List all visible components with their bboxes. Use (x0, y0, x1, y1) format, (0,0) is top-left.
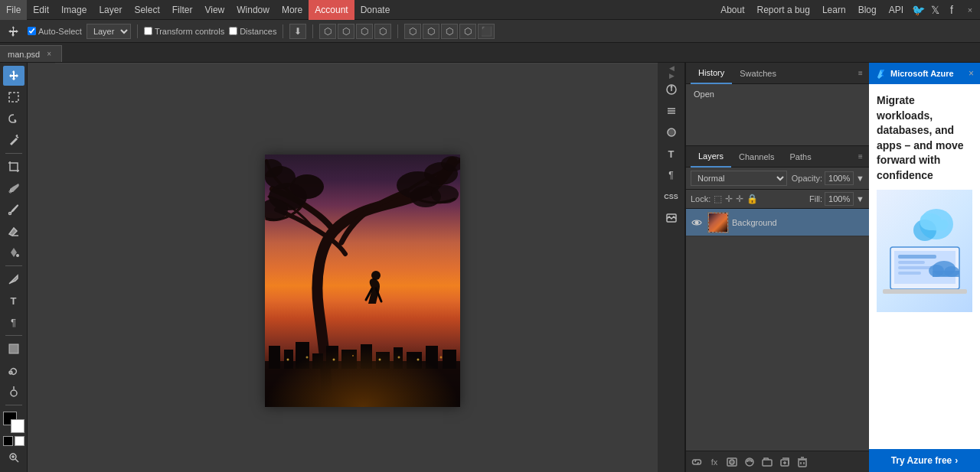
doc-tab-man-psd[interactable]: man.psd × (0, 45, 62, 62)
opacity-value[interactable]: 100% (825, 171, 854, 185)
swatches-tab[interactable]: Swatches (732, 63, 784, 84)
info-panel-btn[interactable] (661, 80, 682, 99)
lasso-tool[interactable] (3, 109, 24, 129)
fg-bg-swatches[interactable] (3, 412, 24, 433)
dist-top-btn[interactable]: ⬡ (459, 24, 476, 39)
link-layers-btn[interactable] (689, 454, 704, 470)
group-layers-btn[interactable] (760, 454, 775, 470)
reddit-icon[interactable]: 🐦 (910, 2, 926, 18)
paths-tab[interactable]: Paths (782, 146, 819, 168)
dist-left-btn[interactable]: ⬡ (404, 24, 421, 39)
new-layer-btn[interactable] (777, 454, 792, 470)
history-item-open[interactable]: Open (689, 87, 866, 101)
eyedropper-tool[interactable] (3, 178, 24, 198)
pen-tool[interactable] (3, 269, 24, 289)
add-mask-btn[interactable] (724, 454, 740, 470)
fg-quick-swatch[interactable] (3, 436, 13, 446)
app-close-button[interactable]: × (960, 0, 980, 20)
fill-arrow[interactable]: ▼ (856, 194, 864, 203)
menu-about[interactable]: About (714, 0, 750, 20)
menu-select[interactable]: Select (128, 0, 165, 20)
menu-edit[interactable]: Edit (27, 0, 55, 20)
image-panel-btn[interactable] (661, 208, 682, 228)
align-top-btn[interactable]: ⬡ (374, 24, 391, 39)
menu-blog[interactable]: Blog (852, 0, 883, 20)
background-swatch[interactable] (11, 419, 24, 433)
download-btn[interactable]: ⬇ (289, 24, 306, 39)
layer-row-background[interactable]: Background (686, 209, 869, 236)
history-panel-menu-btn[interactable]: ≡ (852, 65, 869, 82)
auto-select-input[interactable] (28, 27, 36, 35)
twitter-icon[interactable]: 𝕏 (926, 2, 943, 18)
menu-layer[interactable]: Layer (93, 0, 128, 20)
opacity-arrow[interactable]: ▼ (856, 174, 864, 183)
menu-window[interactable]: Window (230, 0, 276, 20)
add-style-btn[interactable]: fx (707, 454, 722, 470)
layers-tab[interactable]: Layers (691, 146, 731, 168)
zoom-tool[interactable] (3, 448, 24, 467)
distances-checkbox[interactable]: Distances (229, 27, 276, 36)
wand-tool[interactable] (3, 130, 24, 150)
menu-learn[interactable]: Learn (816, 0, 852, 20)
auto-select-checkbox[interactable]: Auto-Select (28, 27, 82, 36)
transform-controls-input[interactable] (144, 27, 152, 35)
menu-report-bug[interactable]: Report a bug (751, 0, 816, 20)
shape-tool[interactable] (3, 339, 24, 359)
history-tab[interactable]: History (691, 63, 732, 84)
smudge-tool[interactable] (3, 360, 24, 380)
adjustment-layer-btn[interactable] (742, 454, 757, 470)
lock-pixels-icon[interactable]: ⬚ (714, 194, 722, 204)
right-panels: History Swatches ≡ Open Layers Channels … (685, 63, 869, 472)
lock-all-icon[interactable]: 🔒 (746, 194, 758, 204)
layer-vis-eye[interactable] (689, 215, 704, 230)
type-tool[interactable]: T (3, 291, 24, 311)
canvas-document[interactable] (265, 155, 460, 407)
menu-api[interactable]: API (883, 0, 910, 20)
move-tool[interactable] (3, 66, 24, 86)
transform-controls-checkbox[interactable]: Transform controls (144, 27, 224, 36)
bg-quick-swatch[interactable] (15, 436, 24, 446)
ad-cta-button[interactable]: Try Azure free › (869, 449, 980, 472)
properties-panel-btn[interactable] (661, 101, 682, 121)
brush-tool[interactable] (3, 200, 24, 220)
delete-layer-btn[interactable] (795, 454, 810, 470)
lock-artboard-icon[interactable]: ✛ (736, 194, 743, 204)
menu-file[interactable]: File (0, 0, 27, 20)
menu-donate[interactable]: Donate (354, 0, 397, 20)
dist-center-btn[interactable]: ⬡ (423, 24, 439, 39)
paragraph-tool[interactable]: ¶ (3, 312, 24, 332)
crop-tool[interactable] (3, 157, 24, 177)
menu-image[interactable]: Image (55, 0, 93, 20)
dist-space-btn[interactable]: ⬛ (478, 24, 495, 39)
facebook-icon[interactable]: f (943, 2, 960, 18)
color-panel-btn[interactable] (661, 122, 682, 142)
dist-right-btn[interactable]: ⬡ (441, 24, 458, 39)
type-panel-btn[interactable]: T (661, 144, 682, 164)
lock-move-icon[interactable]: ✛ (725, 194, 733, 204)
layers-panel-menu-btn[interactable]: ≡ (852, 148, 869, 165)
canvas-area[interactable] (28, 63, 658, 472)
collapse-right-panel-btn[interactable]: ◀▶ (667, 66, 676, 78)
menu-view[interactable]: View (198, 0, 230, 20)
blend-mode-select[interactable]: Normal (691, 171, 787, 186)
layer-select[interactable]: Layer (87, 24, 131, 39)
css-panel-btn[interactable]: CSS (661, 187, 682, 207)
menu-more[interactable]: More (276, 0, 309, 20)
align-right-btn[interactable]: ⬡ (356, 24, 373, 39)
paint-bucket-tool[interactable] (3, 243, 24, 262)
fill-value[interactable]: 100% (825, 192, 854, 206)
dodge-tool[interactable] (3, 382, 24, 402)
ad-close-button[interactable]: × (969, 68, 974, 79)
eraser-tool[interactable] (3, 221, 24, 241)
doc-tab-close[interactable]: × (44, 50, 54, 59)
paragraph-panel-btn[interactable]: ¶ (661, 165, 682, 185)
align-left-btn[interactable]: ⬡ (319, 24, 336, 39)
svg-line-8 (9, 282, 11, 284)
separator-4 (397, 24, 398, 38)
menu-account[interactable]: Account (309, 0, 354, 20)
channels-tab[interactable]: Channels (731, 146, 782, 168)
distances-input[interactable] (229, 27, 237, 35)
marquee-tool[interactable] (3, 87, 24, 107)
menu-filter[interactable]: Filter (166, 0, 199, 20)
align-center-btn[interactable]: ⬡ (338, 24, 354, 39)
